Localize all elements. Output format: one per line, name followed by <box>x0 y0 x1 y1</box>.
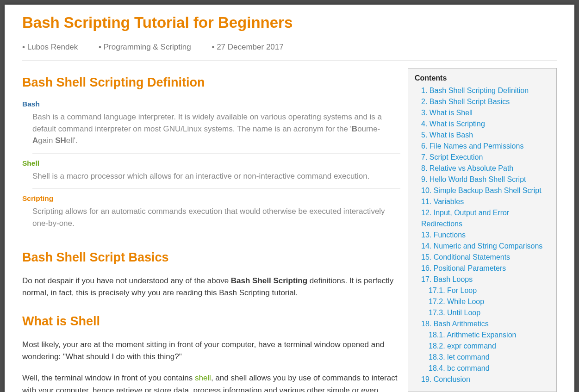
def-term-scripting: Scripting <box>22 194 400 203</box>
basics-paragraph: Do not despair if you have not understoo… <box>22 275 400 299</box>
shell-paragraph-2: Well, the terminal window in front of yo… <box>22 372 400 392</box>
toc-link[interactable]: 1. Bash Shell Scripting Definition <box>415 85 550 96</box>
basics-bold: Bash Shell Scripting <box>231 276 307 285</box>
toc-link[interactable]: 17.2. While Loop <box>415 296 550 307</box>
toc-link[interactable]: 18.2. expr command <box>415 341 550 352</box>
meta-date-text: 27 December 2017 <box>217 43 284 51</box>
meta-date: • 27 December 2017 <box>212 43 293 51</box>
toc-link[interactable]: 17. Bash Loops <box>415 274 550 285</box>
def-bash-b3: SH <box>55 136 66 145</box>
toc-link[interactable]: 17.1. For Loop <box>415 285 550 296</box>
meta-category: • Programming & Scripting <box>99 43 200 51</box>
heading-basics: Bash Shell Script Basics <box>22 250 400 265</box>
toc-link[interactable]: 18. Bash Arithmetics <box>415 318 550 330</box>
meta-author: • Lubos Rendek <box>22 43 87 51</box>
def-bash-tail: ell'. <box>66 136 78 145</box>
toc-link[interactable]: 5. What is Bash <box>415 130 550 141</box>
def-text-scripting: Scripting allows for an automatic comman… <box>32 205 400 236</box>
toc-link[interactable]: 18.4. bc command <box>415 363 550 374</box>
def-bash-b2: A <box>32 136 38 145</box>
heading-definition: Bash Shell Scripting Definition <box>22 75 400 90</box>
shell-link[interactable]: shell <box>195 373 211 382</box>
meta-category-text: Programming & Scripting <box>104 43 191 51</box>
shell-p2-pre: Well, the terminal window in front of yo… <box>22 373 195 382</box>
toc-link[interactable]: 18.3. let command <box>415 352 550 363</box>
page: Bash Scripting Tutorial for Beginners • … <box>5 5 574 392</box>
def-text-bash: Bash is a command language interpreter. … <box>32 111 400 154</box>
article-meta: • Lubos Rendek • Programming & Scripting… <box>22 43 557 52</box>
toc-link[interactable]: 13. Functions <box>415 230 550 241</box>
toc-link[interactable]: 15. Conditional Statements <box>415 252 550 263</box>
toc-link[interactable]: 2. Bash Shell Script Basics <box>415 96 550 107</box>
page-title: Bash Scripting Tutorial for Beginners <box>22 14 557 31</box>
toc-title: Contents <box>415 74 550 82</box>
toc-link[interactable]: 18.1. Arithmetic Expansion <box>415 330 550 341</box>
toc-link[interactable]: 9. Hello World Bash Shell Script <box>415 174 550 185</box>
toc-link[interactable]: 8. Relative vs Absolute Path <box>415 163 550 174</box>
def-term-shell: Shell <box>22 159 400 168</box>
def-bash-pre: Bash is a command language interpreter. … <box>32 112 382 133</box>
toc-link[interactable]: 10. Simple Backup Bash Shell Script <box>415 185 550 196</box>
def-bash-m1: ourne- <box>357 124 380 133</box>
def-text-shell: Shell is a macro processor which allows … <box>32 170 400 189</box>
definition-list: Bash Bash is a command language interpre… <box>22 100 400 236</box>
toc-link[interactable]: 19. Conclusion <box>415 374 550 385</box>
toc-link[interactable]: 12. Input, Output and Error Redirections <box>415 207 550 230</box>
article-body: Bash Shell Scripting Definition Bash Bas… <box>22 61 408 392</box>
toc-link[interactable]: 11. Variables <box>415 196 550 207</box>
def-bash-m2: gain <box>38 136 55 145</box>
toc-link[interactable]: 16. Positional Parameters <box>415 263 550 274</box>
toc-list: 1. Bash Shell Scripting Definition2. Bas… <box>415 85 550 385</box>
meta-author-text: Lubos Rendek <box>27 43 78 51</box>
toc-link[interactable]: 7. Script Execution <box>415 152 550 163</box>
shell-paragraph-1: Most likely, your are at the moment sitt… <box>22 339 400 363</box>
toc-link[interactable]: 3. What is Shell <box>415 107 550 118</box>
toc-link[interactable]: 6. File Names and Permissions <box>415 141 550 152</box>
def-term-bash: Bash <box>22 100 400 108</box>
toc-link[interactable]: 4. What is Scripting <box>415 118 550 130</box>
toc-panel: Contents 1. Bash Shell Scripting Definit… <box>408 68 557 392</box>
heading-what-is-shell: What is Shell <box>22 314 400 329</box>
toc-link[interactable]: 14. Numeric and String Comparisons <box>415 241 550 252</box>
def-bash-b1: B <box>352 124 357 133</box>
basics-pre: Do not despair if you have not understoo… <box>22 276 231 285</box>
toc-link[interactable]: 17.3. Until Loop <box>415 307 550 318</box>
